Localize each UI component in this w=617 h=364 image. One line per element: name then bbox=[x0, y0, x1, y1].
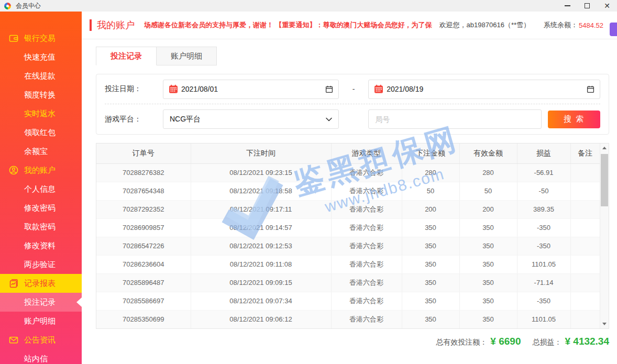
table-cell: 200 bbox=[459, 200, 517, 218]
table-cell: 香港六合彩 bbox=[331, 255, 402, 273]
sidebar-item-4[interactable]: 实时返水 bbox=[0, 104, 82, 123]
tab-account-details[interactable]: 账户明细 bbox=[157, 47, 217, 65]
sidebar-menu: 银行交易快速充值在线提款额度转换实时返水领取红包余额宝我的账户个人信息修改密码取… bbox=[0, 12, 82, 364]
user-icon bbox=[8, 165, 20, 175]
total-valid-label: 总有效投注额： bbox=[436, 338, 487, 347]
table-cell: 70285586697 bbox=[96, 292, 191, 310]
table-cell bbox=[570, 200, 600, 218]
platform-select[interactable]: NCG平台 bbox=[163, 109, 339, 129]
sidebar-item-6[interactable]: 余额宝 bbox=[0, 142, 82, 161]
date-picker-icon[interactable] bbox=[587, 85, 594, 93]
table-cell: 389.35 bbox=[517, 200, 570, 218]
table-cell: 香港六合彩 bbox=[331, 292, 402, 310]
sidebar-section-7[interactable]: 我的账户 bbox=[0, 161, 82, 180]
mail-icon bbox=[8, 335, 20, 345]
date-filter-label: 投注日期： bbox=[105, 84, 163, 94]
sidebar-item-1[interactable]: 快速充值 bbox=[0, 48, 82, 67]
welcome-text: 欢迎您，ab19870616（**雪） bbox=[439, 20, 530, 30]
sidebar-item-9[interactable]: 修改密码 bbox=[0, 198, 82, 217]
maximize-button[interactable] bbox=[577, 0, 597, 12]
sidebar-item-label: 记录报表 bbox=[24, 279, 56, 289]
table-cell: 350 bbox=[402, 255, 459, 273]
table-cell: 350 bbox=[459, 218, 517, 237]
wallet-icon bbox=[8, 33, 20, 43]
table-row: 7028623660408/12/2021 09:11:08香港六合彩35035… bbox=[96, 255, 600, 273]
table-cell: 50 bbox=[459, 182, 517, 200]
table-cell: 香港六合彩 bbox=[331, 163, 402, 182]
totals-bar: 总有效投注额： ¥ 6690 总损益： ¥ 4132.34 bbox=[96, 336, 609, 347]
balance-value: 5484.52 bbox=[579, 21, 603, 29]
scrollbar-thumb[interactable] bbox=[601, 154, 608, 206]
date-to-value: 2021/08/19 bbox=[387, 85, 423, 93]
scroll-down-icon[interactable] bbox=[600, 319, 609, 328]
table-cell: 70287292352 bbox=[96, 200, 191, 218]
table-cell: 50 bbox=[402, 182, 459, 200]
sidebar-item-8[interactable]: 个人信息 bbox=[0, 180, 82, 198]
sidebar-item-15[interactable]: 账户明细 bbox=[0, 312, 82, 330]
table-cell: -71.14 bbox=[517, 273, 570, 292]
date-from-input[interactable]: 2021/08/01 bbox=[163, 80, 339, 99]
sidebar-item-label: 银行交易 bbox=[24, 34, 56, 43]
column-header: 游戏类型 bbox=[331, 144, 402, 163]
table-row: 7028729235208/12/2021 09:17:11香港六合彩20020… bbox=[96, 200, 600, 218]
sidebar-item-label: 修改密码 bbox=[24, 203, 56, 213]
table-scrollbar[interactable] bbox=[600, 144, 609, 328]
column-header: 有效金额 bbox=[459, 144, 517, 163]
table-cell: -50 bbox=[517, 182, 570, 200]
calendar-red-icon bbox=[374, 84, 383, 94]
date-to-input[interactable]: 2021/08/19 bbox=[368, 80, 600, 99]
table-cell: 350 bbox=[459, 255, 517, 273]
sidebar-item-label: 修改资料 bbox=[24, 241, 56, 251]
sidebar-item-label: 站内信 bbox=[24, 354, 48, 364]
sidebar-item-label: 两步验证 bbox=[24, 260, 56, 270]
bet-records-table-wrap: 订单号下注时间游戏类型下注金额有效金额损益备注 7028827638208/12… bbox=[96, 143, 609, 329]
sidebar-item-5[interactable]: 领取红包 bbox=[0, 123, 82, 142]
sidebar-item-12[interactable]: 两步验证 bbox=[0, 255, 82, 274]
column-header: 订单号 bbox=[96, 144, 191, 163]
sidebar-item-label: 个人信息 bbox=[24, 184, 56, 194]
page-title: 我的账户 bbox=[97, 19, 135, 31]
table-cell: 350 bbox=[459, 273, 517, 292]
notice-marquee: 场感谢各位新老会员的支持与厚爱，谢谢！ 【重要通知】：尊敬的澳门大赌场会员您好，… bbox=[144, 20, 432, 30]
table-cell: 70285350699 bbox=[96, 310, 191, 328]
table-cell: 香港六合彩 bbox=[331, 310, 402, 328]
table-body: 7028827638208/12/2021 09:23:15香港六合彩28028… bbox=[96, 163, 600, 328]
sidebar-item-11[interactable]: 修改资料 bbox=[0, 236, 82, 255]
table-cell: 200 bbox=[402, 200, 459, 218]
sidebar-section-16[interactable]: 公告资讯 bbox=[0, 330, 82, 349]
table-cell: 350 bbox=[402, 218, 459, 237]
column-header: 损益 bbox=[517, 144, 570, 163]
tab-bet-records[interactable]: 投注记录 bbox=[96, 47, 157, 65]
table-row: 7028535069908/12/2021 09:06:12香港六合彩35035… bbox=[96, 310, 600, 328]
scroll-up-icon[interactable] bbox=[600, 144, 609, 152]
table-cell: -56.91 bbox=[517, 163, 570, 182]
sidebar-item-3[interactable]: 额度转换 bbox=[0, 85, 82, 104]
table-row: 7028589648708/12/2021 09:09:15香港六合彩35035… bbox=[96, 273, 600, 292]
table-cell: 280 bbox=[459, 163, 517, 182]
table-cell bbox=[570, 163, 600, 182]
table-cell: 08/12/2021 09:14:57 bbox=[191, 218, 331, 237]
table-cell: 香港六合彩 bbox=[331, 218, 402, 237]
report-icon bbox=[8, 278, 20, 289]
sidebar-section-0[interactable]: 银行交易 bbox=[0, 29, 82, 48]
round-number-input[interactable] bbox=[368, 109, 542, 129]
column-header: 下注时间 bbox=[191, 144, 331, 163]
table-cell: 350 bbox=[402, 273, 459, 292]
app-logo-icon bbox=[4, 3, 11, 9]
close-button[interactable]: ✕ bbox=[597, 0, 617, 12]
total-profit-label: 总损益： bbox=[532, 338, 561, 347]
date-picker-icon[interactable] bbox=[325, 85, 333, 93]
table-cell bbox=[570, 273, 600, 292]
table-row: 7028827638208/12/2021 09:23:15香港六合彩28028… bbox=[96, 163, 600, 182]
side-action-button[interactable] bbox=[610, 23, 617, 36]
sidebar-item-14[interactable]: 投注记录 bbox=[0, 293, 82, 312]
sidebar-item-10[interactable]: 取款密码 bbox=[0, 217, 82, 236]
minimize-button[interactable] bbox=[557, 0, 577, 12]
sidebar-section-13[interactable]: 记录报表 bbox=[0, 274, 82, 293]
sidebar-item-17[interactable]: 站内信 bbox=[0, 349, 82, 364]
date-range-separator: - bbox=[339, 85, 368, 93]
platform-filter-label: 游戏平台： bbox=[105, 115, 163, 124]
sidebar-item-2[interactable]: 在线提款 bbox=[0, 67, 82, 85]
table-cell: 08/12/2021 09:06:12 bbox=[191, 310, 331, 328]
search-button[interactable]: 搜 索 bbox=[548, 111, 600, 128]
